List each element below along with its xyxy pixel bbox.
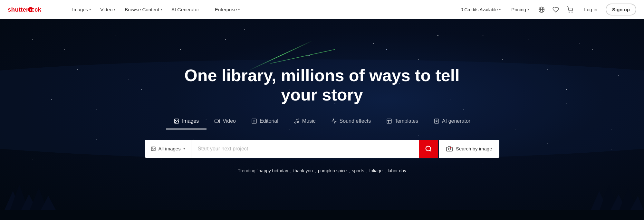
tab-music-label: Music (302, 118, 316, 124)
pricing-label: Pricing (511, 7, 526, 12)
search-type-chevron: ▾ (183, 147, 185, 151)
search-input[interactable] (191, 140, 419, 158)
nav-item-video[interactable]: Video ▾ (96, 4, 120, 15)
tab-music[interactable]: Music (286, 115, 323, 129)
sep-2: , (349, 168, 350, 173)
tab-video-label: Video (223, 118, 236, 124)
trending-tag-0[interactable]: happy birthday (259, 168, 288, 173)
svg-point-68 (152, 148, 153, 148)
search-submit-button[interactable] (419, 140, 438, 158)
svg-point-14 (180, 49, 181, 50)
svg-rect-61 (387, 119, 391, 123)
tab-video[interactable]: Video (207, 115, 244, 129)
signup-button[interactable]: Sign up (606, 4, 636, 15)
tab-editorial-label: Editorial (260, 118, 278, 124)
svg-rect-50 (0, 210, 644, 220)
trending-tag-3[interactable]: sports (352, 168, 364, 173)
sep-0: , (290, 168, 291, 173)
globe-icon (538, 6, 545, 13)
pricing-button[interactable]: Pricing ▾ (507, 5, 533, 14)
search-by-image-label: Search by image (456, 146, 492, 151)
svg-point-69 (426, 146, 431, 151)
svg-point-16 (245, 29, 245, 30)
trending-tag-4[interactable]: foliage (369, 168, 382, 173)
svg-rect-53 (215, 120, 218, 122)
search-type-button[interactable]: All images ▾ (145, 140, 191, 158)
svg-text:ck: ck (34, 6, 42, 13)
cart-button[interactable] (564, 4, 576, 15)
tab-ai-label: AI generator (442, 118, 470, 124)
svg-point-9 (32, 39, 33, 40)
cart-icon (567, 6, 573, 13)
nav-right: 0 Credits Available ▾ Pricing ▾ Log i (457, 4, 636, 15)
nav-video-label: Video (100, 7, 112, 12)
video-tab-icon (214, 118, 220, 124)
trending-tag-5[interactable]: labor day (388, 168, 406, 173)
tab-templates[interactable]: Templates (379, 115, 426, 129)
tab-images-label: Images (182, 118, 199, 124)
sep-4: , (385, 168, 386, 173)
nav-images-chevron: ▾ (89, 7, 91, 12)
camera-search-icon (446, 146, 453, 152)
trending-tag-1[interactable]: thank you (293, 168, 313, 173)
trending-label: Trending: (238, 168, 257, 173)
tab-editorial[interactable]: Editorial (244, 115, 286, 129)
svg-point-8 (572, 12, 572, 12)
svg-point-24 (502, 59, 503, 60)
nav-enterprise-chevron: ▾ (238, 7, 240, 12)
sep-3: , (366, 168, 367, 173)
nav-item-browse[interactable]: Browse Content ▾ (121, 4, 166, 15)
ai-tab-icon (434, 118, 439, 124)
tab-images[interactable]: Images (166, 115, 207, 129)
credits-label: 0 Credits Available (461, 7, 498, 12)
svg-marker-54 (218, 120, 220, 122)
svg-point-22 (437, 35, 438, 36)
tab-ai[interactable]: AI generator (426, 115, 478, 129)
search-bar: All images ▾ Search by image (145, 140, 499, 158)
trending-tag-2[interactable]: pumpkin spice (318, 168, 347, 173)
svg-point-27 (592, 49, 593, 50)
nav-links: Images ▾ Video ▾ Browse Content ▾ AI Gen… (68, 4, 457, 15)
nav-video-chevron: ▾ (114, 7, 116, 12)
nav-images-label: Images (72, 7, 88, 12)
nav-browse-chevron: ▾ (160, 7, 162, 12)
tree-silhouettes (0, 178, 644, 220)
svg-point-52 (175, 120, 176, 120)
search-by-image-button[interactable]: Search by image (439, 140, 499, 158)
nav-enterprise-label: Enterprise (215, 7, 237, 12)
search-type-label: All images (159, 146, 181, 151)
login-button[interactable]: Log in (578, 4, 603, 15)
svg-point-60 (297, 121, 299, 123)
tab-templates-label: Templates (395, 118, 418, 124)
credits-button[interactable]: 0 Credits Available ▾ (457, 5, 505, 14)
hero-title: One library, millions of ways to tell yo… (177, 66, 467, 105)
credits-chevron: ▾ (499, 7, 501, 12)
editorial-tab-icon (251, 118, 257, 124)
svg-point-25 (528, 39, 528, 40)
globe-button[interactable] (536, 4, 547, 15)
svg-text:o: o (30, 7, 33, 12)
nav-item-ai[interactable]: AI Generator (168, 4, 203, 15)
wishlist-button[interactable] (550, 4, 562, 15)
nav-item-enterprise[interactable]: Enterprise ▾ (211, 4, 244, 15)
nav-ai-label: AI Generator (171, 7, 199, 12)
pricing-chevron: ▾ (527, 7, 529, 12)
svg-point-12 (116, 35, 116, 36)
nav-divider (207, 5, 207, 14)
svg-line-70 (430, 150, 431, 151)
tab-sound[interactable]: Sound effects (323, 115, 379, 129)
sound-tab-icon (331, 118, 337, 124)
navbar: shutterst ck o Images ▾ Video ▾ Browse C… (0, 0, 644, 19)
trending-section: Trending: happy birthday, thank you, pum… (238, 168, 406, 173)
svg-point-59 (294, 122, 296, 123)
logo[interactable]: shutterst ck o (8, 5, 59, 15)
sep-1: , (315, 168, 316, 173)
templates-tab-icon (386, 118, 392, 124)
hero-section: One library, millions of ways to tell yo… (0, 19, 644, 220)
hero-content: One library, millions of ways to tell yo… (0, 66, 644, 173)
nav-item-images[interactable]: Images ▾ (68, 4, 95, 15)
image-tab-icon (174, 118, 179, 124)
search-icon (425, 145, 432, 152)
heart-icon (553, 6, 559, 13)
image-filter-icon (151, 146, 156, 151)
